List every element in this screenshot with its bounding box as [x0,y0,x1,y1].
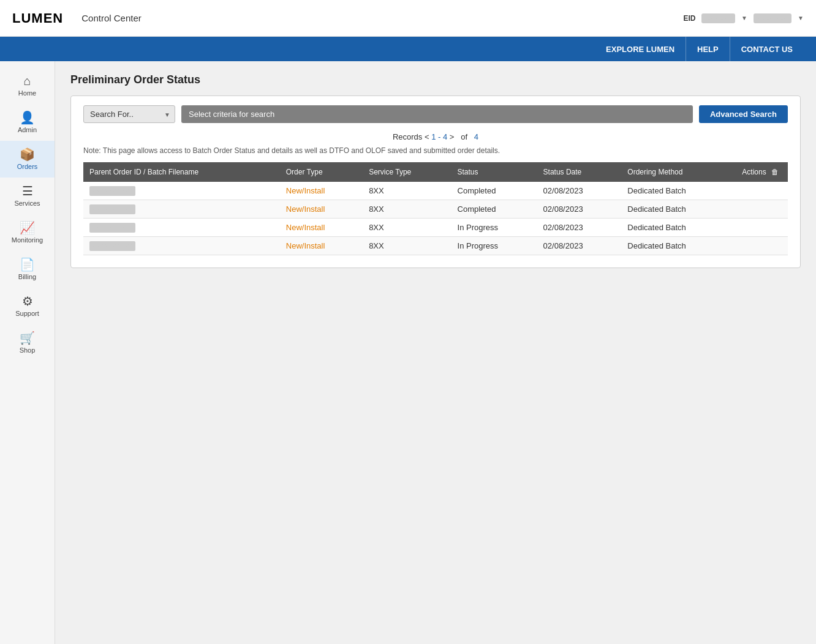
orders-icon: 📦 [20,148,35,160]
sidebar-label-shop: Shop [20,346,36,354]
sidebar-label-monitoring: Monitoring [12,236,43,244]
cell-status: In Progress [451,237,537,255]
order-id-link[interactable]: •••••••••••••••• [89,204,135,214]
search-row: Search For.. ▼ Select criteria for searc… [83,105,788,123]
order-id-link[interactable]: •••••••••••••••• [89,241,135,251]
table-row: •••••••••••••••• New/Install 8XX In Prog… [83,237,788,255]
sidebar-label-admin: Admin [18,126,37,133]
app-title: Control Center [81,13,142,23]
cell-order-id: •••••••••••••••• [83,219,280,237]
sidebar-item-services[interactable]: ☰ Services [0,178,55,214]
cell-ordering-method: Dedicated Batch [621,219,736,237]
sidebar-item-billing[interactable]: 📄 Billing [0,251,55,288]
cell-actions [736,219,788,237]
support-icon: ⚙ [22,295,33,307]
cell-order-type: New/Install [280,219,363,237]
cell-order-id: •••••••••••••••• [83,200,280,219]
contact-us-link[interactable]: CONTACT US [730,37,804,61]
cell-actions [736,237,788,255]
eid-dropdown-arrow[interactable]: ▼ [741,15,747,21]
search-panel: Search For.. ▼ Select criteria for searc… [70,95,801,268]
cell-order-type: New/Install [280,200,363,219]
sidebar-item-support[interactable]: ⚙ Support [0,288,55,324]
cell-ordering-method: Dedicated Batch [621,200,736,219]
content-area: Preliminary Order Status Search For.. ▼ … [55,61,816,644]
cell-service-type: 8XX [363,200,451,219]
order-type-link[interactable]: New/Install [286,223,325,232]
cell-status: Completed [451,182,537,200]
billing-icon: 📄 [20,258,35,271]
cell-actions [736,182,788,200]
cell-order-id: •••••••••••••••• [83,182,280,200]
cell-status: Completed [451,200,537,219]
cell-service-type: 8XX [363,237,451,255]
col-header-actions: Actions 🗑 [736,162,788,182]
cell-actions [736,200,788,219]
services-icon: ☰ [22,185,33,197]
search-for-select[interactable]: Search For.. [83,105,175,123]
table-row: •••••••••••••••• New/Install 8XX Complet… [83,182,788,200]
table-row: •••••••••••••••• New/Install 8XX In Prog… [83,219,788,237]
top-header: LUMEN Control Center EID •••••••••• ▼ ••… [0,0,816,37]
cell-service-type: 8XX [363,219,451,237]
sidebar-item-orders[interactable]: 📦 Orders [0,141,55,178]
orders-table: Parent Order ID / Batch Filename Order T… [83,162,788,255]
table-header-row: Parent Order ID / Batch Filename Order T… [83,162,788,182]
records-total: 4 [474,132,478,141]
col-header-ordering-method: Ordering Method [621,162,736,182]
order-id-link[interactable]: •••••••••••••••• [89,186,135,196]
lumen-logo: LUMEN [12,10,63,26]
cell-ordering-method: Dedicated Batch [621,237,736,255]
bulk-delete-button[interactable]: 🗑 [768,167,782,178]
col-header-parent-order-id: Parent Order ID / Batch Filename [83,162,280,182]
home-icon: ⌂ [23,75,31,87]
col-header-order-type: Order Type [280,162,363,182]
records-info: Records < 1 - 4 > of 4 [83,132,788,141]
records-range: 1 - 4 [431,132,447,141]
blue-nav-bar: EXPLORE LUMEN HELP CONTACT US [0,37,816,61]
cell-status-date: 02/08/2023 [537,200,622,219]
sidebar-label-home: Home [18,89,36,97]
eid-label: EID [683,14,695,23]
col-header-service-type: Service Type [363,162,451,182]
col-header-status: Status [451,162,537,182]
shop-icon: 🛒 [20,332,35,344]
sidebar-label-billing: Billing [18,273,36,280]
order-type-link[interactable]: New/Install [286,241,325,250]
sidebar-label-support: Support [15,310,39,317]
cell-status-date: 02/08/2023 [537,219,622,237]
search-criteria-box: Select criteria for search [181,105,693,123]
col-header-status-date: Status Date [537,162,622,182]
advanced-search-button[interactable]: Advanced Search [699,105,788,123]
sidebar-item-shop[interactable]: 🛒 Shop [0,324,55,361]
sidebar-label-services: Services [14,200,40,207]
eid-value: •••••••••• [701,13,735,23]
table-row: •••••••••••••••• New/Install 8XX Complet… [83,200,788,219]
cell-order-type: New/Install [280,237,363,255]
sidebar-label-orders: Orders [17,163,38,170]
cell-status: In Progress [451,219,537,237]
admin-icon: 👤 [20,111,35,124]
cell-order-type: New/Install [280,182,363,200]
search-select-wrapper: Search For.. ▼ [83,105,175,123]
cell-service-type: 8XX [363,182,451,200]
cell-status-date: 02/08/2023 [537,237,622,255]
user-value: •••••••••••• [754,13,791,23]
page-title: Preliminary Order Status [70,73,801,86]
explore-lumen-link[interactable]: EXPLORE LUMEN [595,37,686,61]
user-dropdown-arrow[interactable]: ▼ [798,15,804,21]
cell-ordering-method: Dedicated Batch [621,182,736,200]
order-type-link[interactable]: New/Install [286,186,325,195]
sidebar: ⌂ Home 👤 Admin 📦 Orders ☰ Services 📈 Mon… [0,61,55,644]
sidebar-item-monitoring[interactable]: 📈 Monitoring [0,214,55,251]
header-right: EID •••••••••• ▼ •••••••••••• ▼ [683,13,804,23]
order-id-link[interactable]: •••••••••••••••• [89,223,135,233]
cell-order-id: •••••••••••••••• [83,237,280,255]
main-layout: ⌂ Home 👤 Admin 📦 Orders ☰ Services 📈 Mon… [0,61,816,644]
sidebar-item-admin[interactable]: 👤 Admin [0,104,55,141]
order-type-link[interactable]: New/Install [286,204,325,214]
sidebar-item-home[interactable]: ⌂ Home [0,67,55,104]
note-text: Note: This page allows access to Batch O… [83,146,788,155]
monitoring-icon: 📈 [20,222,35,234]
help-link[interactable]: HELP [686,37,730,61]
